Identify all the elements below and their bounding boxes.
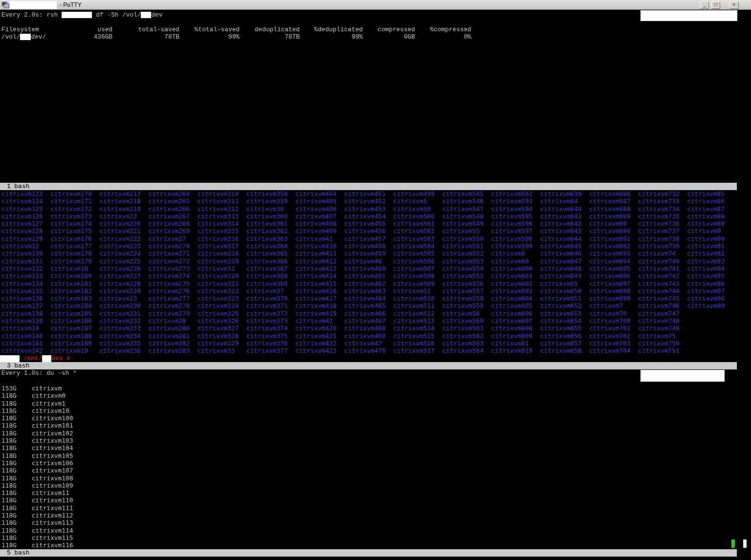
screen-caption-5-bash: 5 bash [0, 549, 737, 557]
screen-caption-1-bash: 1 bash [0, 183, 737, 190]
shell-prompt-line: :/mnt/ dev # [0, 355, 70, 362]
hostname-redaction-box [62, 12, 92, 18]
df-fs-redaction-box [20, 34, 31, 40]
putty-window[interactable]: - PuTTY _ □ × Every 2.0s: rsh df -Sh /vo… [0, 0, 751, 560]
watch-df-command-line: Every 2.0s: rsh df -Sh /vol/ dev [1, 11, 162, 19]
putty-icon[interactable] [1, 1, 9, 9]
watch-df-host-time-redaction-box [641, 10, 737, 21]
watch-df-mid: df -Sh /vol/ [96, 11, 141, 19]
df-header-used: used [97, 26, 112, 33]
df-header-pct-deduplicated: %deduplicated [314, 26, 363, 33]
prompt-mid: :/mnt/ [20, 355, 42, 362]
volume-redaction-box [141, 12, 151, 18]
du-list: 153G citrixvm 118G citrixvm0 118G citrix… [1, 385, 73, 549]
watch-du-host-time-redaction-box [641, 370, 725, 382]
secondary-cursor [743, 539, 747, 548]
df-header-filesystem: Filesystem [1, 26, 39, 33]
close-button[interactable]: × [729, 1, 739, 9]
df-value-total-saved: 78TB [164, 33, 179, 41]
prompt-hostname-redaction-box [0, 355, 20, 362]
maximize-button[interactable]: □ [711, 1, 720, 9]
watch-df-prefix: Every 2.0s: rsh [1, 11, 58, 19]
df-header-pct-compressed: %compressed [430, 26, 471, 33]
df-value-pct-total-saved: 99% [228, 33, 240, 41]
df-value-pct-compressed: 0% [464, 33, 471, 41]
df-row-filesystem: /vol/ dev/ [1, 33, 46, 41]
title-redaction-box [10, 1, 57, 9]
df-value-deduplicated: 78TB [285, 33, 300, 41]
watch-df-suffix: dev [151, 11, 162, 19]
screen-caption-3-bash: 3 bash [0, 362, 737, 369]
watch-du-command-line: Every 1.0s: du -sh * [1, 369, 77, 377]
titlebar[interactable]: - PuTTY _ □ × [0, 0, 751, 10]
prompt-suffix: dev # [51, 355, 70, 362]
df-fs-suffix: dev/ [31, 33, 46, 41]
df-fs-prefix: /vol/ [1, 33, 20, 41]
df-header-total-saved: total-saved [138, 26, 179, 33]
df-value-compressed: 0GB [404, 33, 415, 41]
df-value-used: 436GB [94, 33, 112, 41]
window-title: - PuTTY [60, 1, 82, 8]
df-header-compressed: compressed [377, 26, 415, 33]
vm-grid: citrixvm123 citrixvm170 citrixvm217 citr… [1, 190, 725, 355]
terminal-cursor [731, 539, 735, 548]
minimize-button[interactable]: _ [700, 1, 709, 9]
prompt-volume-redaction-box [42, 355, 51, 362]
df-header-pct-total-saved: %total-saved [195, 26, 240, 33]
df-header-deduplicated: deduplicated [255, 26, 300, 33]
df-value-pct-deduplicated: 99% [352, 33, 363, 41]
